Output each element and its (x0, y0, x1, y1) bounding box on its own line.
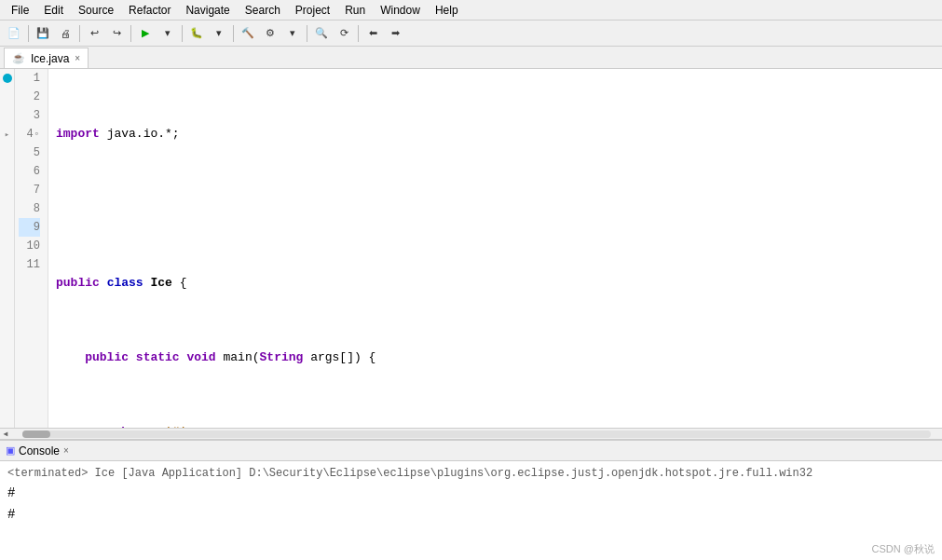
console-title: Console (19, 444, 60, 458)
toolbar-sep-2 (79, 25, 80, 42)
console-header: ▣ Console × (0, 441, 942, 461)
menu-file[interactable]: File (4, 2, 36, 19)
menu-refactor[interactable]: Refactor (121, 2, 178, 19)
toolbar-btn-build[interactable]: 🔨 (238, 23, 258, 44)
toolbar: 📄 💾 🖨 ↩ ↪ ▶ ▾ 🐛 ▾ 🔨 ⚙ ▾ 🔍 ⟳ ⬅ ➡ (0, 20, 942, 47)
gutter-line-4: ▸ (0, 125, 14, 143)
kw-import: import (56, 125, 100, 143)
gutter-line-7 (0, 181, 14, 199)
line-num-3: 3 (19, 106, 40, 125)
tab-filename: Ice.java (31, 52, 69, 65)
line-num-2: 2 (19, 88, 40, 106)
import-space (100, 125, 107, 143)
tab-ice-java[interactable]: ☕ Ice.java × (4, 48, 89, 68)
toolbar-sep-4 (182, 25, 183, 42)
console-terminated-line: <terminated> Ice [Java Application] D:\S… (7, 465, 935, 483)
toolbar-btn-print[interactable]: 🖨 (55, 23, 75, 44)
menu-source[interactable]: Source (71, 2, 121, 19)
gutter-line-8 (0, 199, 14, 218)
toolbar-sep-5 (233, 25, 234, 42)
kw-void: void (186, 348, 215, 367)
gutter-line-11 (0, 255, 14, 274)
kw-string: String (260, 348, 304, 367)
main-area: ▸ 1 2 3 4◦ 5 6 7 8 9 10 (0, 69, 942, 560)
breakpoint-1 (3, 74, 12, 83)
code-line-3: public class Ice { (56, 274, 935, 293)
menu-navigate[interactable]: Navigate (178, 2, 237, 19)
menu-bar: File Edit Source Refactor Navigate Searc… (0, 0, 942, 20)
line-num-1: 1 (19, 69, 40, 88)
kw-public-3: public (56, 274, 100, 293)
toolbar-btn-save[interactable]: 💾 (33, 23, 53, 44)
collapse-icon-4[interactable]: ▸ (5, 130, 9, 140)
toolbar-btn-build-dropdown[interactable]: ▾ (282, 23, 303, 44)
toolbar-btn-new[interactable]: 📄 (4, 23, 24, 44)
kw-static: static (136, 348, 180, 367)
code-editor[interactable]: import java.io.*; public class Ice { (48, 69, 942, 428)
gutter-line-10 (0, 237, 14, 255)
line-num-6: 6 (19, 162, 40, 181)
gutter-line-3 (0, 106, 14, 125)
line-num-10: 10 (19, 237, 40, 255)
toolbar-btn-nav1[interactable]: ⬅ (362, 23, 383, 44)
toolbar-btn-run[interactable]: ▶ (135, 23, 156, 44)
toolbar-btn-redo[interactable]: ↪ (106, 23, 127, 44)
watermark: CSDN @秋说 (872, 542, 935, 556)
console-icon: ▣ (6, 444, 15, 457)
toolbar-btn-nav2[interactable]: ➡ (385, 23, 405, 44)
editor-container: ▸ 1 2 3 4◦ 5 6 7 8 9 10 (0, 69, 942, 428)
menu-run[interactable]: Run (337, 2, 373, 19)
kw-class: class (107, 274, 143, 293)
toolbar-btn-undo[interactable]: ↩ (84, 23, 104, 44)
tab-bar: ☕ Ice.java × (0, 47, 942, 69)
line-num-7: 7 (19, 181, 40, 199)
terminated-text: <terminated> Ice [Java Application] D:\S… (7, 467, 812, 480)
toolbar-btn-build-2[interactable]: ⚙ (260, 23, 280, 44)
code-line-1: import java.io.*; (56, 125, 935, 143)
menu-search[interactable]: Search (238, 2, 288, 19)
toolbar-sep-3 (130, 25, 131, 42)
method-main: main (224, 348, 253, 367)
menu-window[interactable]: Window (373, 2, 428, 19)
line-num-8: 8 (19, 199, 40, 218)
toolbar-btn-debug-dropdown[interactable]: ▾ (209, 23, 229, 44)
toolbar-btn-search[interactable]: 🔍 (311, 23, 332, 44)
console-output-line-2: # (7, 504, 935, 525)
code-line-4: public static void main ( String args[])… (56, 348, 935, 367)
scroll-left-arrow[interactable]: ◀ (0, 429, 11, 440)
tab-close-button[interactable]: × (75, 53, 80, 63)
console-close-button[interactable]: × (63, 445, 69, 456)
line-num-9: 9 (19, 218, 40, 237)
toolbar-btn-debug[interactable]: 🐛 (186, 23, 207, 44)
menu-help[interactable]: Help (428, 2, 466, 19)
gutter-line-9 (0, 218, 14, 237)
gutter-line-5 (0, 143, 14, 162)
toolbar-sep-6 (307, 25, 307, 42)
editor-wrapper[interactable]: ▸ 1 2 3 4◦ 5 6 7 8 9 10 (0, 69, 942, 428)
line-num-4: 4◦ (19, 125, 40, 143)
code-line-2 (56, 199, 935, 218)
console-content: <terminated> Ice [Java Application] D:\S… (0, 461, 942, 560)
console-area: ▣ Console × <terminated> Ice [Java Appli… (0, 439, 942, 560)
class-ice: Ice (150, 274, 171, 293)
scroll-thumb[interactable] (22, 430, 50, 438)
gutter-line-6 (0, 162, 14, 181)
scroll-track[interactable] (22, 430, 931, 438)
gutter: ▸ (0, 69, 15, 428)
line-numbers: 1 2 3 4◦ 5 6 7 8 9 10 11 (15, 69, 48, 428)
tab-file-icon: ☕ (12, 52, 25, 64)
menu-edit[interactable]: Edit (36, 2, 71, 19)
menu-project[interactable]: Project (288, 2, 337, 19)
toolbar-sep-7 (358, 25, 359, 42)
line-num-11: 11 (19, 255, 40, 274)
toolbar-sep-1 (28, 25, 29, 42)
kw-public-4: public (85, 348, 129, 367)
import-java-io: java.io.*; (107, 125, 180, 143)
gutter-line-2 (0, 88, 14, 106)
console-output-line-1: # (7, 483, 935, 503)
horizontal-scrollbar[interactable]: ◀ (0, 428, 942, 439)
gutter-line-1 (0, 69, 14, 88)
toolbar-btn-run-dropdown[interactable]: ▾ (157, 23, 178, 44)
toolbar-btn-refactor[interactable]: ⟳ (334, 23, 354, 44)
line-num-5: 5 (19, 143, 40, 162)
